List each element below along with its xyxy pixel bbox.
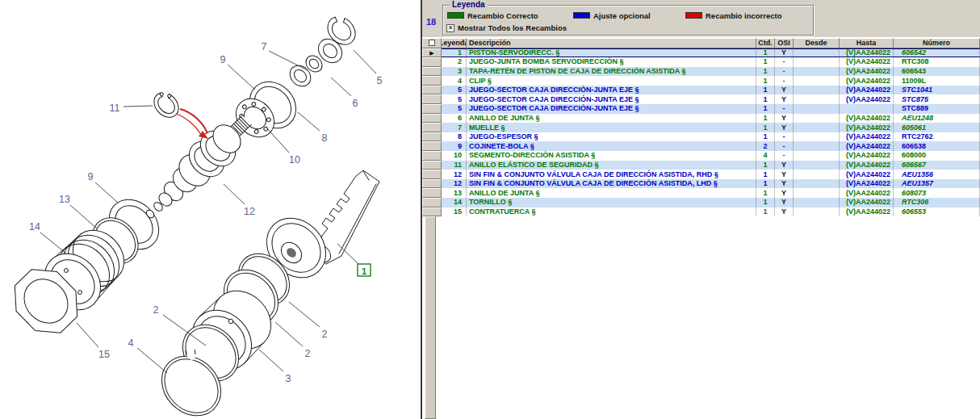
row-selector[interactable] xyxy=(422,57,442,67)
row-selector[interactable] xyxy=(422,123,442,132)
diagram-callout-5[interactable]: 5 xyxy=(354,50,383,86)
legend-incorrect-label: Recambio incorrecto xyxy=(706,11,782,20)
table-row[interactable]: 8JUEGO-ESPESOR §1-(V)AA244022RTC2762 xyxy=(422,132,980,142)
row-selector[interactable] xyxy=(422,94,442,104)
cell-osi: Y xyxy=(775,86,794,95)
cell-ctd: 1 xyxy=(756,67,775,77)
cell-ctd: 1 xyxy=(756,48,775,58)
row-selector[interactable] xyxy=(422,76,442,86)
diagram-callout-10[interactable]: 10 xyxy=(266,128,300,166)
row-selector[interactable] xyxy=(422,170,442,179)
column-header-ctd[interactable]: Ctd. xyxy=(756,38,775,48)
cell-leyenda: 13 xyxy=(442,188,467,198)
panel-header: 18 Leyenda Recambio CorrectoAjuste opcio… xyxy=(422,0,980,38)
column-header-descripcin[interactable]: Descripción xyxy=(467,38,756,48)
row-selector[interactable] xyxy=(422,188,442,198)
diagram-callout-12[interactable]: 12 xyxy=(224,184,255,217)
diagram-callout-8[interactable]: 8 xyxy=(298,112,328,144)
cell-osi: - xyxy=(775,104,794,114)
row-selector[interactable] xyxy=(422,104,442,114)
table-row[interactable]: 5JUEGO-SECTOR CAJA DIRECCIÓN-JUNTA EJE §… xyxy=(422,94,980,104)
column-header-nmero[interactable]: Número xyxy=(894,38,980,48)
row-selector[interactable] xyxy=(422,132,442,142)
cell-ctd: 2 xyxy=(756,141,775,151)
cell-desde xyxy=(794,170,840,179)
column-header-osi[interactable]: OSI xyxy=(775,38,794,48)
cell-descripcion: SIN FIN & CONJUNTO VÁLVULA CAJA DE DIREC… xyxy=(467,179,756,189)
diagram-callout-14[interactable]: 14 xyxy=(29,221,66,254)
table-row[interactable]: 5JUEGO-SECTOR CAJA DIRECCIÓN-JUNTA EJE §… xyxy=(422,104,980,114)
show-all-checkbox[interactable]: ✕ Mostrar Todos los Recambios xyxy=(446,23,567,32)
svg-text:2: 2 xyxy=(305,348,311,359)
table-row[interactable]: ▶1PISTÓN-SERVODIRECC. §1Y(V)AA2440226065… xyxy=(422,48,980,58)
cell-leyenda: 3 xyxy=(442,67,467,77)
cell-leyenda: 14 xyxy=(442,198,467,207)
legend-optional-swatch-icon xyxy=(573,12,590,19)
diagram-callout-11[interactable]: 11 xyxy=(110,103,153,114)
cell-desde xyxy=(794,104,840,114)
table-row[interactable]: 12SIN FIN & CONJUNTO VÁLVULA CAJA DE DIR… xyxy=(422,179,980,189)
cell-descripcion: SIN FIN & CONJUNTO VÁLVULA CAJA DE DIREC… xyxy=(467,170,756,179)
cell-leyenda: 9 xyxy=(442,141,467,151)
svg-text:9: 9 xyxy=(88,171,94,182)
cell-descripcion: ANILLO DE JUNTA § xyxy=(467,188,756,198)
diagram-callout-1[interactable]: 1 xyxy=(337,244,371,276)
diagram-callout-2[interactable]: 2 xyxy=(289,302,328,340)
cell-descripcion: JUEGO-SECTOR CAJA DIRECCIÓN-JUNTA EJE § xyxy=(467,104,756,114)
diagram-callout-3[interactable]: 3 xyxy=(259,350,291,384)
table-row[interactable]: 15CONTRATUERCA §1Y(V)AA244022606553 xyxy=(422,207,980,217)
cell-desde xyxy=(794,123,840,132)
row-selector[interactable] xyxy=(422,207,442,217)
cell-numero: 11009L xyxy=(894,76,980,86)
table-row[interactable]: 4CLIP §1-(V)AA24402211009L xyxy=(422,76,980,86)
row-selector[interactable] xyxy=(422,151,442,161)
cell-desde xyxy=(794,179,840,189)
diagram-callout-13[interactable]: 13 xyxy=(59,194,97,229)
column-header-desde[interactable]: Desde xyxy=(794,38,840,48)
table-row[interactable]: 3TAPA-RETÉN DE PISTON DE CAJA DE DIRECCI… xyxy=(422,67,980,77)
cell-descripcion: JUEGO-ESPESOR § xyxy=(467,132,756,142)
cell-desde xyxy=(794,67,840,77)
table-row[interactable]: 11ANILLO ELÁSTICO DE SEGURIDAD §1Y(V)AA2… xyxy=(422,161,980,170)
table-row[interactable]: 14TORNILLO §1Y(V)AA244022RTC306 xyxy=(422,198,980,207)
table-row[interactable]: 6ANILLO DE JUNTA §1Y(V)AA244022AEU1248 xyxy=(422,114,980,124)
table-row[interactable]: 12SIN FIN & CONJUNTO VÁLVULA CAJA DE DIR… xyxy=(422,170,980,179)
row-selector[interactable] xyxy=(422,114,442,124)
cell-descripcion: CONTRATUERCA § xyxy=(467,207,756,217)
cell-leyenda: 5 xyxy=(442,104,467,114)
cell-osi: Y xyxy=(775,207,794,217)
table-row[interactable]: 9COJINETE-BOLA §2-(V)AA244022606538 xyxy=(422,141,980,151)
diagram-callout-9[interactable]: 9 xyxy=(220,54,255,90)
svg-text:11: 11 xyxy=(110,103,120,114)
row-selector[interactable] xyxy=(422,141,442,151)
row-selector[interactable] xyxy=(422,67,442,77)
table-row[interactable]: 7MUELLE §1Y(V)AA244022605061 xyxy=(422,123,980,132)
diagram-callout-6[interactable]: 6 xyxy=(331,78,358,109)
column-header-hasta[interactable]: Hasta xyxy=(840,38,894,48)
table-row[interactable]: 5JUEGO-SECTOR CAJA DIRECCIÓN-JUNTA EJE §… xyxy=(422,86,980,95)
cell-hasta: (V)AA244022 xyxy=(840,48,894,58)
cell-numero: STC1041 xyxy=(894,86,980,95)
table-row[interactable]: 13ANILLO DE JUNTA §1Y(V)AA244022608073 xyxy=(422,188,980,198)
row-selector[interactable] xyxy=(422,198,442,207)
row-selector[interactable] xyxy=(422,86,442,95)
row-selector[interactable]: ▶ xyxy=(422,48,442,58)
parts-table-body: ▶1PISTÓN-SERVODIRECC. §1Y(V)AA2440226065… xyxy=(422,48,980,217)
table-row[interactable]: 10SEGMENTO-DIRECCIÓN ASISTIDA §4-(V)AA24… xyxy=(422,151,980,161)
diagram-callout-4[interactable]: 4 xyxy=(128,337,167,374)
diagram-callout-9[interactable]: 9 xyxy=(88,171,118,203)
cell-numero: AEU1356 xyxy=(894,170,980,179)
cell-osi: - xyxy=(775,151,794,161)
row-selector[interactable] xyxy=(422,179,442,189)
svg-text:3: 3 xyxy=(286,373,291,384)
row-selector[interactable] xyxy=(422,161,442,170)
cell-desde xyxy=(794,207,840,217)
column-header-leyenda[interactable]: Leyenda xyxy=(442,38,467,48)
legend-incorrect: Recambio incorrecto xyxy=(685,11,782,19)
cell-descripcion: TORNILLO § xyxy=(467,198,756,207)
select-all-checkbox[interactable] xyxy=(429,40,435,46)
diagram-callout-15[interactable]: 15 xyxy=(77,323,110,360)
table-row[interactable]: 2JUEGO-JUNTA BOMBA SERVODIRECCIÓN §1-(V)… xyxy=(422,57,980,67)
legend-title: Leyenda xyxy=(450,0,488,9)
diagram-callout-2[interactable]: 2 xyxy=(275,322,311,359)
